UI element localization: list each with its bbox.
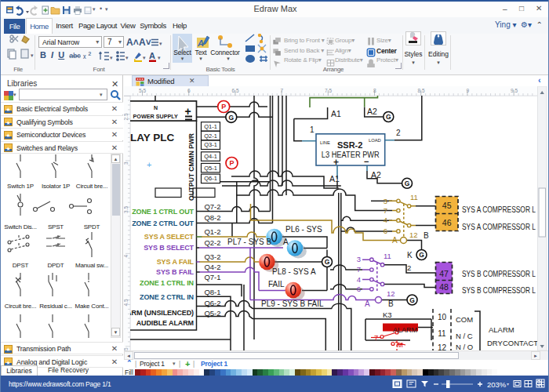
svg-text:DPDT: DPDT [48,262,64,269]
svg-text:AUDIBLE ALARM: AUDIBLE ALARM [136,319,194,327]
svg-text:ALARM: ALARM [489,325,514,334]
svg-text:+: + [333,157,339,168]
svg-text:SPST: SPST [48,223,64,230]
svg-text:G: G [409,296,415,304]
svg-text:Q6-1: Q6-1 [204,175,217,182]
svg-text:6: 6 [384,227,387,235]
svg-text:▾: ▾ [143,55,146,60]
svg-text:Circuit bre...: Circuit bre... [5,303,36,310]
svg-text:9.5: 9.5 [511,88,518,93]
svg-text:G: G [405,180,410,187]
svg-text:G: G [386,113,391,121]
svg-text:LOAD: LOAD [369,138,381,143]
svg-text:SYS A SELECT: SYS A SELECT [144,233,195,241]
svg-text:Q7-1: Q7-1 [204,273,220,281]
svg-text:G: G [325,258,330,266]
svg-text:LAY PLC: LAY PLC [130,132,175,143]
svg-text:G: G [228,114,234,122]
svg-text:SSR-2: SSR-2 [337,140,362,150]
svg-text:PL9 - SYS B FAIL: PL9 - SYS B FAIL [261,299,324,308]
svg-text:N / O: N / O [456,343,473,351]
svg-text:Q2-1: Q2-1 [204,132,217,140]
svg-text:Circuit bre...: Circuit bre... [76,183,107,190]
svg-text:PL8 - SYS A: PL8 - SYS A [272,267,316,276]
svg-text:Q3-1: Q3-1 [204,141,217,148]
svg-text:PL6 - SYS: PL6 - SYS [285,225,322,234]
svg-text:Switch 1P: Switch 1P [7,183,34,190]
svg-text:A2: A2 [367,107,377,116]
svg-text:6.5: 6.5 [231,88,238,93]
svg-text:7: 7 [384,206,387,215]
svg-text:7.5: 7.5 [325,88,332,93]
svg-text:FAIL: FAIL [268,280,285,289]
svg-text:PL7 - SYS B: PL7 - SYS B [227,238,271,246]
svg-text:A: A [197,38,204,48]
svg-text:DPST: DPST [13,262,29,269]
svg-text:▾: ▾ [159,41,162,46]
svg-text:7: 7 [280,88,283,93]
svg-text:Q7-2: Q7-2 [204,202,220,211]
svg-text:Q2-2: Q2-2 [204,238,220,247]
svg-text:▾: ▾ [158,55,161,60]
svg-text:11: 11 [384,252,391,260]
svg-text:A: A [149,51,155,60]
svg-text:COM: COM [456,315,473,324]
svg-text:DRYCONTACT: DRYCONTACT [487,339,538,347]
svg-text:ZONE 1 CTRL IN: ZONE 1 CTRL IN [140,279,194,287]
svg-text:2: 2 [396,129,401,137]
svg-text:4: 4 [384,216,387,224]
svg-text:ZONE 1 CTRL OUT: ZONE 1 CTRL OUT [132,208,194,216]
svg-text:5: 5 [124,347,129,350]
svg-text:SYS A COMPRESSOR L: SYS A COMPRESSOR L [462,223,536,231]
svg-text:P: P [221,103,226,111]
svg-text:SYS B COMPRESSOR L: SYS B COMPRESSOR L [462,286,536,295]
svg-text:Manual sw...: Manual sw... [75,262,108,269]
svg-text:+: + [147,160,151,169]
svg-text:A: A [365,299,370,308]
svg-text:K: K [407,251,413,260]
svg-text:A2: A2 [371,170,381,180]
svg-text:Make Cont...: Make Cont... [75,303,109,310]
svg-text:K3: K3 [383,310,392,319]
svg-text:Q4-1: Q4-1 [204,153,217,160]
svg-text:11: 11 [410,193,418,201]
svg-text:B: B [424,231,429,240]
svg-text:SYS A COMPRESSOR L: SYS A COMPRESSOR L [462,205,536,214]
svg-text:Q3-2: Q3-2 [204,252,220,261]
svg-text:▾: ▾ [125,55,129,60]
svg-text:▾: ▾ [110,55,113,60]
svg-text:48: 48 [439,282,449,292]
svg-text:Q4-2: Q4-2 [204,263,220,271]
svg-text:3: 3 [357,255,361,263]
svg-text:Switch Dis...: Switch Dis... [4,223,36,230]
svg-text:6: 6 [357,285,361,293]
svg-text:9: 9 [466,88,469,93]
svg-text:P: P [229,159,234,167]
svg-text:LINE: LINE [320,140,330,145]
svg-text:B: B [388,299,394,308]
svg-text:M: M [397,340,403,349]
svg-text:4: 4 [124,255,129,258]
svg-text:A1: A1 [329,174,340,183]
svg-text:2: 2 [407,263,411,272]
svg-text:Q5-2: Q5-2 [204,309,220,318]
svg-text:POWER SUPPLY: POWER SUPPLY [133,113,178,120]
svg-text:2.5: 2.5 [124,113,129,120]
svg-text:1: 1 [310,125,314,134]
svg-text:4: 4 [357,275,361,284]
svg-text:8: 8 [373,88,376,93]
svg-text:N / C: N / C [456,332,473,340]
svg-text:+: + [185,105,191,118]
svg-text:ZONE 2 CTRL OUT: ZONE 2 CTRL OUT [132,220,194,227]
svg-text:A: A [392,236,398,245]
svg-text:A1: A1 [331,109,341,118]
svg-text:SYS B COMPRESSOR L: SYS B COMPRESSOR L [462,270,536,278]
svg-text:3: 3 [124,162,129,165]
svg-text:10: 10 [438,313,447,321]
svg-text:Q6-2: Q6-2 [204,299,220,307]
svg-text:N: N [154,105,158,111]
svg-text:12: 12 [387,289,395,298]
svg-text:47: 47 [439,269,449,278]
svg-text:SYS A FAIL: SYS A FAIL [157,258,195,266]
svg-text:Isolator 1P: Isolator 1P [42,183,70,190]
